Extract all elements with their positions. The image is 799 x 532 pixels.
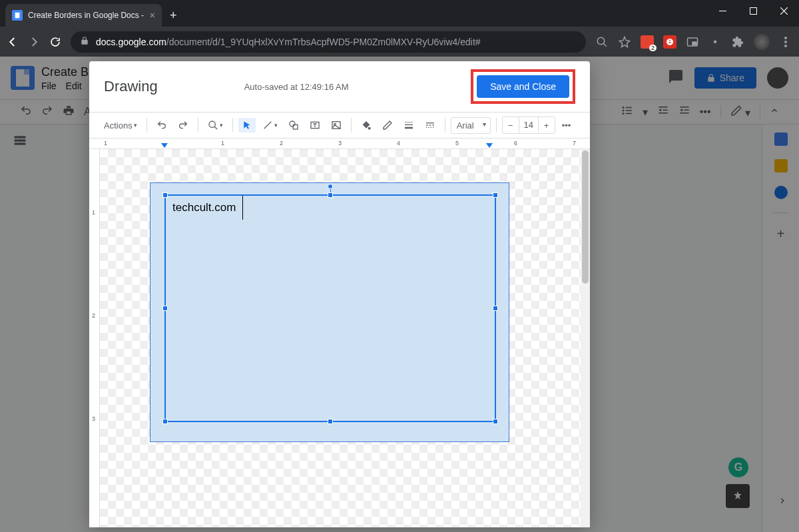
zoom-button[interactable]: ▾ — [204, 117, 227, 133]
chrome-menu-icon[interactable] — [779, 35, 792, 49]
resize-handle-sw[interactable] — [162, 419, 168, 424]
resize-handle-se[interactable] — [493, 419, 498, 424]
svg-rect-39 — [429, 125, 431, 125]
browser-extensions: 2 • — [595, 34, 792, 50]
lock-icon — [80, 36, 89, 47]
font-size-value[interactable]: 14 — [519, 117, 539, 133]
url-text: docs.google.com/document/d/1_9YUqHxlXvYm… — [96, 37, 481, 47]
font-size-control: − 14 + — [502, 117, 555, 134]
select-tool[interactable] — [238, 118, 256, 133]
svg-rect-43 — [430, 127, 431, 128]
nav-back-button[interactable] — [7, 36, 19, 48]
svg-rect-40 — [432, 125, 434, 125]
svg-point-7 — [784, 41, 787, 43]
text-box-selected[interactable]: techcult.com — [164, 194, 496, 422]
svg-point-3 — [597, 37, 605, 45]
window-maximize-button[interactable] — [738, 0, 768, 21]
drawing-toolbar: Actions ▾ ▾ ▾ Arial − 14 + ••• — [89, 112, 590, 138]
redo-button[interactable] — [174, 117, 192, 133]
svg-rect-34 — [405, 122, 413, 123]
profile-avatar-icon[interactable] — [754, 34, 770, 50]
tab-close-icon[interactable]: × — [150, 10, 155, 21]
font-size-increase[interactable]: + — [539, 121, 555, 131]
window-controls — [707, 0, 799, 21]
fill-color-button[interactable] — [357, 117, 376, 133]
svg-rect-37 — [426, 123, 434, 123]
svg-rect-38 — [426, 125, 428, 125]
search-page-icon[interactable] — [595, 35, 609, 49]
border-weight-button[interactable] — [400, 117, 418, 133]
svg-rect-1 — [719, 11, 726, 11]
new-tab-button[interactable]: + — [162, 9, 185, 23]
tab-title: Create Borders in Google Docs - — [28, 11, 144, 20]
svg-rect-42 — [428, 127, 429, 128]
extension-adblock-icon[interactable] — [663, 35, 676, 49]
extension-todoist-icon[interactable]: 2 — [641, 35, 654, 49]
shape-tool[interactable] — [284, 117, 303, 133]
svg-rect-5 — [692, 42, 696, 45]
rotation-handle[interactable] — [328, 184, 333, 189]
window-minimize-button[interactable] — [707, 0, 738, 21]
svg-point-8 — [784, 45, 787, 47]
text-box-content[interactable]: techcult.com — [166, 196, 243, 220]
save-and-close-button[interactable]: Save and Close — [477, 75, 569, 98]
border-dash-button[interactable] — [421, 117, 439, 133]
svg-point-28 — [290, 121, 295, 127]
browser-tab-strip: Create Borders in Google Docs - × + — [0, 0, 799, 27]
bookmark-star-icon[interactable] — [618, 35, 631, 49]
undo-button[interactable] — [152, 117, 171, 133]
more-options-button[interactable]: ••• — [558, 118, 575, 133]
drawing-title: Drawing — [104, 78, 158, 95]
border-color-button[interactable] — [378, 117, 397, 133]
vertical-scrollbar[interactable] — [581, 149, 590, 527]
extension-pip-icon[interactable] — [686, 35, 699, 49]
browser-toolbar: docs.google.com/document/d/1_9YUqHxlXvYm… — [0, 27, 799, 57]
extensions-puzzle-icon[interactable] — [731, 35, 744, 49]
svg-rect-35 — [405, 125, 413, 125]
save-close-highlight: Save and Close — [471, 69, 575, 104]
docs-favicon — [12, 10, 23, 21]
actions-menu[interactable]: Actions ▾ — [100, 118, 141, 133]
resize-handle-nw[interactable] — [162, 192, 168, 198]
svg-rect-44 — [433, 127, 433, 128]
resize-handle-w[interactable] — [162, 306, 168, 311]
nav-reload-button[interactable] — [49, 36, 61, 48]
resize-handle-s[interactable] — [328, 419, 333, 424]
svg-point-6 — [784, 37, 787, 39]
resize-handle-e[interactable] — [493, 306, 498, 311]
drawing-header: Drawing Auto-saved at 12:49:16 AM Save a… — [89, 61, 590, 112]
address-bar[interactable]: docs.google.com/document/d/1_9YUqHxlXvYm… — [71, 31, 586, 53]
svg-rect-2 — [750, 7, 756, 14]
autosave-status: Auto-saved at 12:49:16 AM — [244, 82, 471, 92]
svg-rect-29 — [293, 125, 298, 129]
drawing-dialog: Drawing Auto-saved at 12:49:16 AM Save a… — [89, 61, 590, 527]
drawing-canvas-area: 1 1 2 3 4 5 6 7 1 2 3 techcult.com — [89, 138, 590, 527]
line-tool[interactable]: ▾ — [258, 117, 282, 133]
drawing-canvas[interactable]: techcult.com — [100, 149, 581, 527]
window-close-button[interactable] — [768, 0, 799, 21]
textbox-tool[interactable] — [306, 117, 324, 133]
font-family-select[interactable]: Arial — [451, 117, 491, 134]
horizontal-ruler[interactable]: 1 1 2 3 4 5 6 7 — [89, 138, 590, 149]
svg-rect-36 — [405, 127, 413, 129]
svg-rect-41 — [426, 127, 427, 128]
svg-point-33 — [368, 127, 370, 130]
svg-rect-0 — [15, 13, 20, 18]
resize-handle-ne[interactable] — [493, 192, 498, 198]
font-size-decrease[interactable]: − — [503, 121, 519, 131]
nav-forward-button[interactable] — [28, 36, 40, 48]
resize-handle-n[interactable] — [328, 192, 333, 198]
browser-tab[interactable]: Create Borders in Google Docs - × — [5, 4, 162, 27]
extension-unknown-icon[interactable]: • — [708, 35, 722, 49]
image-tool[interactable] — [327, 117, 346, 133]
vertical-ruler[interactable]: 1 2 3 — [89, 149, 100, 527]
svg-point-27 — [209, 121, 215, 127]
